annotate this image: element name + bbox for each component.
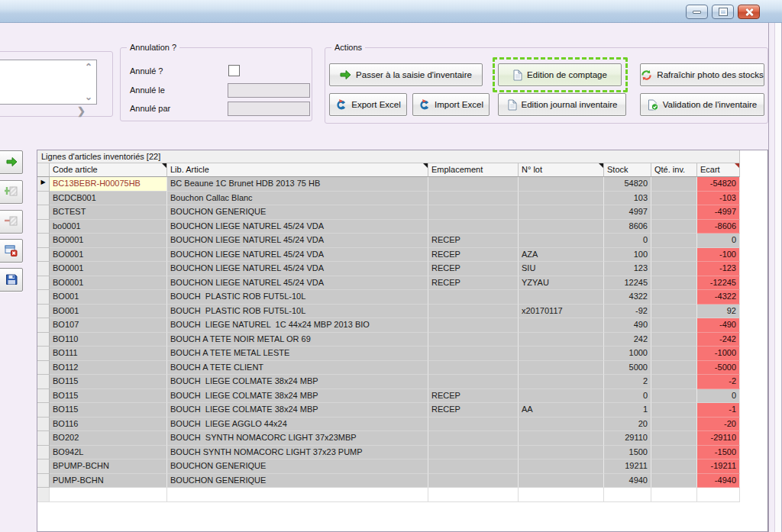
- table-row[interactable]: BCTESTBOUCHON GENERIQUE4997-4997: [37, 205, 740, 220]
- cell-code-article[interactable]: BO0001: [50, 248, 167, 263]
- cell-stock[interactable]: 103: [604, 192, 651, 206]
- cell-qte-inv[interactable]: [651, 361, 697, 376]
- cell-emplacement[interactable]: [428, 375, 519, 389]
- action-button-rafra-chir-photo-des-stocks[interactable]: Rafraîchir photo des stocks: [640, 63, 764, 86]
- cell-emplacement[interactable]: [428, 220, 519, 234]
- cell-emplacement[interactable]: [428, 446, 519, 460]
- row-selector[interactable]: [37, 474, 50, 488]
- table-row[interactable]: BCDCB001Bouchon Callac Blanc103-103: [37, 192, 740, 206]
- cell-stock[interactable]: 123: [604, 262, 651, 276]
- table-row[interactable]: BO001BOUCH PLASTIC ROB FUT5L-10Lx2017011…: [37, 305, 740, 319]
- column-header-emplacement[interactable]: Emplacement: [428, 163, 519, 177]
- column-header-qt-inv[interactable]: Qté. inv.: [651, 163, 697, 177]
- cell-ecart[interactable]: -4322: [697, 290, 740, 305]
- cell-emplacement[interactable]: RECEP: [428, 234, 519, 248]
- table-row[interactable]: BO115BOUCH LIEGE COLMATE 38x24 MBPRECEPA…: [37, 403, 740, 418]
- column-header-ecart[interactable]: Ecart: [697, 163, 740, 177]
- table-row[interactable]: BO116BOUCH LIEGE AGGLO 44x2420-20: [37, 418, 740, 432]
- cell-code-article[interactable]: BO0001: [50, 262, 167, 276]
- cell-n-lot[interactable]: [519, 375, 604, 389]
- cell-stock[interactable]: 490: [604, 318, 651, 333]
- row-selector[interactable]: [37, 333, 50, 347]
- cell-ecart[interactable]: -5000: [697, 361, 740, 376]
- table-row[interactable]: BO107BOUCH LIEGE NATUREL 1C 44x24 MBP 20…: [37, 318, 740, 333]
- action-button-import-excel[interactable]: Import Excel: [412, 93, 490, 116]
- cell-emplacement[interactable]: RECEP: [428, 262, 519, 276]
- row-selector[interactable]: [37, 389, 50, 404]
- cell-emplacement[interactable]: [428, 474, 519, 488]
- cell-ecart[interactable]: -103: [697, 192, 740, 206]
- toolbar-button-save[interactable]: [0, 268, 23, 292]
- cell-code-article[interactable]: BO115: [50, 389, 167, 404]
- cell-ecart[interactable]: -1000: [697, 347, 740, 361]
- cell-emplacement[interactable]: [428, 318, 519, 333]
- cell-qte-inv[interactable]: [651, 192, 697, 206]
- cell-lib-article[interactable]: Bouchon Callac Blanc: [167, 192, 428, 206]
- cell-ecart[interactable]: -1500: [697, 446, 740, 460]
- cell-code-article[interactable]: BPUMP-BCHN: [50, 459, 167, 474]
- action-button-edition-journal-inventaire[interactable]: Edition journal inventaire: [498, 93, 626, 116]
- cell-lib-article[interactable]: BOUCHON GENERIQUE: [167, 459, 428, 474]
- cell-qte-inv[interactable]: [651, 276, 697, 291]
- row-selector[interactable]: [37, 361, 50, 376]
- cell-emplacement[interactable]: RECEP: [428, 276, 519, 291]
- row-selector[interactable]: [37, 305, 50, 319]
- table-row[interactable]: BO942LBOUCH SYNTH NOMACORC LIGHT 37x23 P…: [37, 446, 740, 460]
- column-header-code-article[interactable]: Code article: [50, 163, 167, 177]
- cell-n-lot[interactable]: AA: [519, 403, 604, 418]
- table-row[interactable]: ▶BC13BEBR-H00075HBBC Beaune 1C Brunet HD…: [37, 177, 740, 192]
- cell-n-lot[interactable]: [519, 205, 604, 220]
- table-row[interactable]: BO110BOUCH A TETE NOIR METAL OR 69242-24…: [37, 333, 740, 347]
- cell-code-article[interactable]: BO115: [50, 375, 167, 389]
- cell-code-article[interactable]: BO107: [50, 318, 167, 333]
- column-header-lib-article[interactable]: Lib. Article: [167, 163, 428, 177]
- cell-n-lot[interactable]: [519, 192, 604, 206]
- cell-code-article[interactable]: BCTEST: [50, 205, 167, 220]
- cell-emplacement[interactable]: [428, 205, 519, 220]
- table-row[interactable]: BPUMP-BCHNBOUCHON GENERIQUE19211-19211: [37, 459, 740, 474]
- annule-checkbox[interactable]: [228, 65, 240, 76]
- cell-qte-inv[interactable]: [651, 248, 697, 263]
- cell-qte-inv[interactable]: [651, 234, 697, 248]
- table-row[interactable]: BO001BOUCH PLASTIC ROB FUT5L-10L4322-432…: [37, 290, 740, 305]
- close-button[interactable]: [738, 5, 760, 19]
- cell-code-article[interactable]: BO942L: [50, 446, 167, 460]
- action-button-passer-la-saisie-d-inventaire[interactable]: Passer à la saisie d'inventaire: [329, 63, 483, 86]
- cell-n-lot[interactable]: [519, 318, 604, 333]
- cell-ecart[interactable]: -100: [697, 248, 740, 263]
- row-selector[interactable]: [37, 418, 50, 432]
- cell-ecart[interactable]: -19211: [697, 459, 740, 474]
- cell-stock[interactable]: 19211: [604, 459, 651, 474]
- cell-stock[interactable]: 29110: [604, 431, 651, 446]
- table-row[interactable]: BO0001BOUCHON LIEGE NATUREL 45/24 VDAREC…: [37, 276, 740, 291]
- cell-n-lot[interactable]: [519, 290, 604, 305]
- cell-emplacement[interactable]: [428, 418, 519, 432]
- cell-n-lot[interactable]: [519, 361, 604, 376]
- cell-qte-inv[interactable]: [651, 205, 697, 220]
- cell-emplacement[interactable]: [428, 192, 519, 206]
- action-button-edition-de-comptage[interactable]: Edition de comptage: [498, 63, 622, 86]
- cell-code-article[interactable]: BO001: [50, 305, 167, 319]
- table-row[interactable]: BO115BOUCH LIEGE COLMATE 38x24 MBP2-2: [37, 375, 740, 389]
- cell-emplacement[interactable]: RECEP: [428, 389, 519, 404]
- row-selector[interactable]: [37, 205, 50, 220]
- cell-ecart[interactable]: -20: [697, 418, 740, 432]
- cell-qte-inv[interactable]: [651, 375, 697, 389]
- cell-qte-inv[interactable]: [651, 418, 697, 432]
- table-row[interactable]: PUMP-BCHNBOUCHON GENERIQUE4940-4940: [37, 474, 740, 488]
- cell-qte-inv[interactable]: [651, 305, 697, 319]
- table-row[interactable]: BO111BOUCH A TETE METAL LESTE1000-1000: [37, 347, 740, 361]
- cell-n-lot[interactable]: [519, 220, 604, 234]
- spin-up-icon[interactable]: ⌃: [85, 63, 92, 71]
- cell-lib-article[interactable]: BOUCH LIEGE AGGLO 44x24: [167, 418, 428, 432]
- table-row[interactable]: bo0001BOUCHON LIEGE NATUREL 45/24 VDA860…: [37, 220, 740, 234]
- cell-lib-article[interactable]: BOUCH A TETE METAL LESTE: [167, 347, 428, 361]
- cell-n-lot[interactable]: YZYAU: [519, 276, 604, 291]
- cell-ecart[interactable]: -29110: [697, 431, 740, 446]
- row-selector[interactable]: ▶: [37, 177, 50, 192]
- cell-lib-article[interactable]: BOUCH PLASTIC ROB FUT5L-10L: [167, 290, 428, 305]
- row-selector[interactable]: [37, 446, 50, 460]
- row-selector[interactable]: [37, 234, 50, 248]
- cell-ecart[interactable]: -8606: [697, 220, 740, 234]
- cell-lib-article[interactable]: BOUCH LIEGE NATUREL 1C 44x24 MBP 2013 BI…: [167, 318, 428, 333]
